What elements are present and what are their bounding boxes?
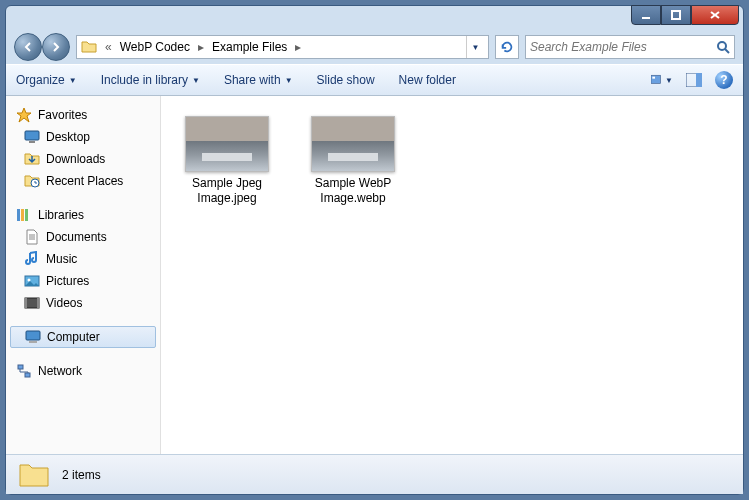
slideshow-button[interactable]: Slide show [317, 73, 375, 87]
search-box[interactable] [525, 35, 735, 59]
videos-icon [24, 295, 40, 311]
downloads-icon [24, 151, 40, 167]
sidebar-favorites-header[interactable]: Favorites [6, 104, 160, 126]
svg-line-5 [725, 49, 729, 53]
svg-rect-25 [25, 373, 30, 377]
network-icon [16, 363, 32, 379]
thumbnail-image [311, 116, 395, 172]
forward-button[interactable] [42, 33, 70, 61]
desktop-icon [24, 129, 40, 145]
svg-rect-15 [21, 209, 24, 221]
chevron-right-icon: ▸ [194, 40, 208, 54]
nav-buttons [14, 33, 70, 61]
sidebar-documents[interactable]: Documents [6, 226, 160, 248]
navigation-pane: Favorites Desktop Downloads Recent Place… [6, 96, 161, 454]
sidebar-network[interactable]: Network [6, 360, 160, 382]
item-count: 2 items [62, 468, 101, 482]
sidebar-music[interactable]: Music [6, 248, 160, 270]
search-input[interactable] [530, 40, 716, 54]
address-dropdown[interactable]: ▼ [466, 36, 484, 58]
svg-rect-11 [25, 131, 39, 140]
svg-rect-21 [37, 298, 39, 308]
search-icon [716, 40, 730, 54]
svg-rect-23 [29, 341, 37, 343]
svg-rect-16 [25, 209, 28, 221]
pictures-icon [24, 273, 40, 289]
new-folder-button[interactable]: New folder [399, 73, 456, 87]
file-item[interactable]: Sample WebPImage.webp [305, 116, 401, 206]
svg-rect-6 [651, 75, 660, 83]
computer-icon [25, 329, 41, 345]
svg-rect-1 [672, 11, 680, 19]
svg-point-18 [28, 279, 31, 282]
title-bar[interactable] [6, 6, 743, 30]
navigation-row: « WebP Codec ▸ Example Files ▸ ▼ [6, 30, 743, 64]
svg-rect-9 [696, 73, 702, 87]
svg-rect-14 [17, 209, 20, 221]
sidebar-recent-places[interactable]: Recent Places [6, 170, 160, 192]
file-name: Sample WebPImage.webp [315, 176, 391, 206]
close-button[interactable] [691, 5, 739, 25]
refresh-button[interactable] [495, 35, 519, 59]
sidebar-pictures[interactable]: Pictures [6, 270, 160, 292]
include-library-menu[interactable]: Include in library▼ [101, 73, 200, 87]
svg-rect-20 [25, 298, 27, 308]
maximize-button[interactable] [661, 5, 691, 25]
view-options-button[interactable]: ▼ [651, 69, 673, 91]
sidebar-computer[interactable]: Computer [10, 326, 156, 348]
sidebar-videos[interactable]: Videos [6, 292, 160, 314]
help-button[interactable]: ? [715, 71, 733, 89]
chevron-right-icon: ▸ [291, 40, 305, 54]
sidebar-libraries-header[interactable]: Libraries [6, 204, 160, 226]
share-with-menu[interactable]: Share with▼ [224, 73, 293, 87]
organize-menu[interactable]: Organize▼ [16, 73, 77, 87]
file-name: Sample JpegImage.jpeg [192, 176, 262, 206]
svg-rect-24 [18, 365, 23, 369]
folder-icon [18, 461, 50, 489]
star-icon [16, 107, 32, 123]
document-icon [24, 229, 40, 245]
explorer-window: « WebP Codec ▸ Example Files ▸ ▼ Organiz… [5, 5, 744, 495]
back-button[interactable] [14, 33, 42, 61]
svg-marker-10 [17, 108, 31, 122]
recent-icon [24, 173, 40, 189]
svg-rect-7 [652, 77, 655, 79]
libraries-icon [16, 207, 32, 223]
svg-rect-22 [26, 331, 40, 340]
svg-rect-19 [25, 298, 39, 308]
sidebar-downloads[interactable]: Downloads [6, 148, 160, 170]
window-controls [631, 5, 739, 25]
svg-point-4 [718, 42, 726, 50]
preview-pane-button[interactable] [683, 69, 705, 91]
sidebar-desktop[interactable]: Desktop [6, 126, 160, 148]
svg-rect-12 [29, 141, 35, 143]
music-icon [24, 251, 40, 267]
folder-icon [81, 39, 97, 55]
command-bar: Organize▼ Include in library▼ Share with… [6, 64, 743, 96]
file-list[interactable]: Sample JpegImage.jpeg Sample WebPImage.w… [161, 96, 743, 454]
main-area: Favorites Desktop Downloads Recent Place… [6, 96, 743, 454]
breadcrumb-item[interactable]: WebP Codec [120, 40, 190, 54]
file-item[interactable]: Sample JpegImage.jpeg [179, 116, 275, 206]
address-bar[interactable]: « WebP Codec ▸ Example Files ▸ ▼ [76, 35, 489, 59]
thumbnail-image [185, 116, 269, 172]
minimize-button[interactable] [631, 5, 661, 25]
details-pane: 2 items [6, 454, 743, 494]
breadcrumb-item[interactable]: Example Files [212, 40, 287, 54]
breadcrumb-prefix: « [101, 40, 116, 54]
